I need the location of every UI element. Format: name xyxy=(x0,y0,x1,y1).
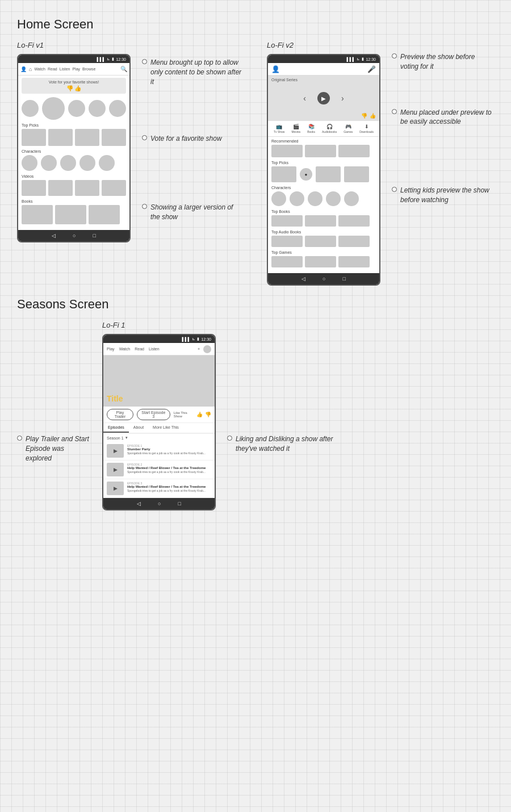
v2-ann-3: Letting kids preview the show before wat… xyxy=(392,186,494,205)
seasons-section-title: Seasons Screen xyxy=(17,297,494,312)
menu-movies[interactable]: 🎬 Movies xyxy=(291,124,300,133)
v1-nav-watch[interactable]: Watch xyxy=(34,67,45,71)
thumbs-up-icon-v2[interactable]: 👍 xyxy=(370,113,376,119)
v2-char-2 xyxy=(290,191,304,206)
recent-btn-v2[interactable]: □ xyxy=(343,276,346,282)
v2-pick-2 xyxy=(316,166,341,182)
home-btn-v2[interactable]: ○ xyxy=(322,276,325,282)
battery-icon: ▮ xyxy=(112,57,114,61)
tab-about[interactable]: About xyxy=(129,423,148,433)
seasons-nav-items: Play Watch Read Listen xyxy=(107,347,160,351)
v2-top-books-row xyxy=(271,215,376,227)
chevron-left-icon[interactable]: ‹ xyxy=(303,94,306,103)
v1-nav-play[interactable]: Play xyxy=(72,67,80,71)
v1-pick-1 xyxy=(22,129,46,146)
thumbs-up-icon-s[interactable]: 👍 xyxy=(196,412,203,417)
episode-info-3: EPISODE 3 Help Wanted / Reef Blower / Te… xyxy=(127,482,211,493)
vote-icons: 👎 👍 xyxy=(25,85,123,91)
menu-games[interactable]: 🎮 Games xyxy=(344,124,353,133)
ep-title-1: Slumber Party xyxy=(127,447,211,451)
home-section-title: Home Screen xyxy=(17,17,494,32)
seasons-nav-right: + xyxy=(198,345,211,353)
play-trailer-btn[interactable]: Play Trailer xyxy=(107,409,133,420)
ep-desc-3: Spongebob tries to get a job as a fry co… xyxy=(127,489,211,493)
v1-ann-3: Showing a larger version of the show xyxy=(142,203,244,222)
back-btn-v1[interactable]: ◁ xyxy=(52,233,56,238)
v2-game-2 xyxy=(305,256,336,267)
v1-books-row xyxy=(22,205,126,224)
books-icon: 📚 xyxy=(308,124,315,129)
seasons-nav-watch[interactable]: Watch xyxy=(119,347,131,351)
v2-nav-bar: ◁ ○ □ xyxy=(268,273,379,284)
v2-top-games-label: Top Games xyxy=(271,250,376,254)
v2-rec-1 xyxy=(271,145,303,157)
start-episode-btn[interactable]: Start Episode 3 xyxy=(137,409,170,420)
episode-row-3: ▶ EPISODE 3 Help Wanted / Reef Blower / … xyxy=(103,479,215,498)
menu-downloads[interactable]: ⬇ Downloads xyxy=(359,124,374,133)
seasons-nav-play[interactable]: Play xyxy=(107,347,115,351)
episode-thumb-3: ▶ xyxy=(107,482,124,495)
status-bar-v2: ▌▌▌ ⊾ ▮ 12:30 xyxy=(268,55,379,63)
menu-tv-show[interactable]: 📺 Tv Show xyxy=(274,124,284,133)
movies-icon: 🎬 xyxy=(293,124,299,129)
seasons-nav-listen[interactable]: Listen xyxy=(149,347,160,351)
battery-icon-v2: ▮ xyxy=(362,57,364,61)
seasons-status-bar: ▌▌▌ ⊾ ▮ 12:30 xyxy=(103,335,215,343)
ep-title-2: Help Wanted / Reef Blower / Tea at the T… xyxy=(127,466,211,470)
v1-pick-3 xyxy=(75,129,99,146)
ep-play-icon-3[interactable]: ▶ xyxy=(114,485,118,491)
recent-btn-v1[interactable]: □ xyxy=(93,233,96,238)
ep-play-icon-1[interactable]: ▶ xyxy=(114,448,118,454)
recent-btn-s[interactable]: □ xyxy=(178,501,181,507)
v1-char-1 xyxy=(22,155,37,171)
seasons-phone-col: Lo-Fi 1 ▌▌▌ ⊾ ▮ 12:30 Play Watch Read Li… xyxy=(102,321,216,510)
menu-books[interactable]: 📚 Books xyxy=(307,124,315,133)
seasons-right-ann-row: Liking and Disliking a show after they'v… xyxy=(227,434,341,454)
v1-nav-listen[interactable]: Listen xyxy=(60,67,70,71)
v2-vote-icons: 👎 👍 xyxy=(361,113,376,119)
ep-play-icon-2[interactable]: ▶ xyxy=(114,467,118,472)
chevron-right-icon[interactable]: › xyxy=(341,94,344,103)
home-icon-v1: ⌂ xyxy=(29,66,32,72)
back-btn-s[interactable]: ◁ xyxy=(137,501,141,507)
search-icon-v1[interactable]: 🔍 xyxy=(120,66,127,72)
v1-nav-read[interactable]: Read xyxy=(48,67,57,71)
seasons-right-text: Liking and Disliking a show after they'v… xyxy=(236,434,341,454)
thumbs-down-icon-s[interactable]: 👎 xyxy=(205,412,211,417)
home-section: Home Screen Lo-Fi v1 ▌▌▌ ⊾ ▮ 12:30 👤 ⌂ W… xyxy=(17,17,494,286)
v1-book-2 xyxy=(55,205,86,224)
v2-annotations: Preview the show before voting for it Me… xyxy=(392,41,494,213)
seasons-left-dot xyxy=(17,436,22,441)
episode-thumb-1: ▶ xyxy=(107,444,124,458)
v2-content: Recommended Top Picks ● xyxy=(268,137,379,273)
v2-pick-1 xyxy=(271,166,296,182)
lofi-v2-label: Lo-Fi v2 xyxy=(267,41,380,49)
wifi-icon: ⊾ xyxy=(107,57,110,61)
seasons-lofi-label: Lo-Fi 1 xyxy=(102,321,216,329)
home-btn-s[interactable]: ○ xyxy=(158,501,161,507)
v2-preview-controls: ‹ ▶ › xyxy=(303,92,344,104)
v1-ann-dot-3 xyxy=(142,204,147,209)
menu-games-label: Games xyxy=(344,130,353,133)
avatar-icon-v1: 👤 xyxy=(20,66,27,72)
home-btn-v1[interactable]: ○ xyxy=(73,233,76,238)
v2-ann-text-1: Preview the show before voting for it xyxy=(400,52,494,72)
v1-char-3 xyxy=(60,155,76,171)
seasons-layout: Play Trailer and Start Episode was explo… xyxy=(17,321,494,510)
season-dropdown-icon[interactable]: ▾ xyxy=(125,436,128,440)
avatar-icon-v2: 👤 xyxy=(271,65,280,73)
v2-recommended-row xyxy=(271,145,376,157)
v2-audio-3 xyxy=(338,236,370,247)
seasons-nav-read[interactable]: Read xyxy=(135,347,144,351)
menu-audiobooks[interactable]: 🎧 Audiobooks xyxy=(322,124,337,133)
play-preview-btn[interactable]: ▶ xyxy=(317,92,330,104)
tab-episodes[interactable]: Episodes xyxy=(103,423,129,433)
episode-row-2: ▶ EPISODE 2 Help Wanted / Reef Blower / … xyxy=(103,461,215,479)
tab-more-like-this[interactable]: More Like This xyxy=(148,423,183,433)
back-btn-v2[interactable]: ◁ xyxy=(301,276,305,282)
v1-video-4 xyxy=(102,180,126,196)
thumbs-down-icon-v2[interactable]: 👎 xyxy=(361,113,367,119)
v1-nav-browse[interactable]: Browse xyxy=(82,67,95,71)
v2-menu-bar: 📺 Tv Show 🎬 Movies 📚 Books 🎧 Audiobooks xyxy=(268,121,379,137)
like-label: Like This Show xyxy=(174,411,194,418)
